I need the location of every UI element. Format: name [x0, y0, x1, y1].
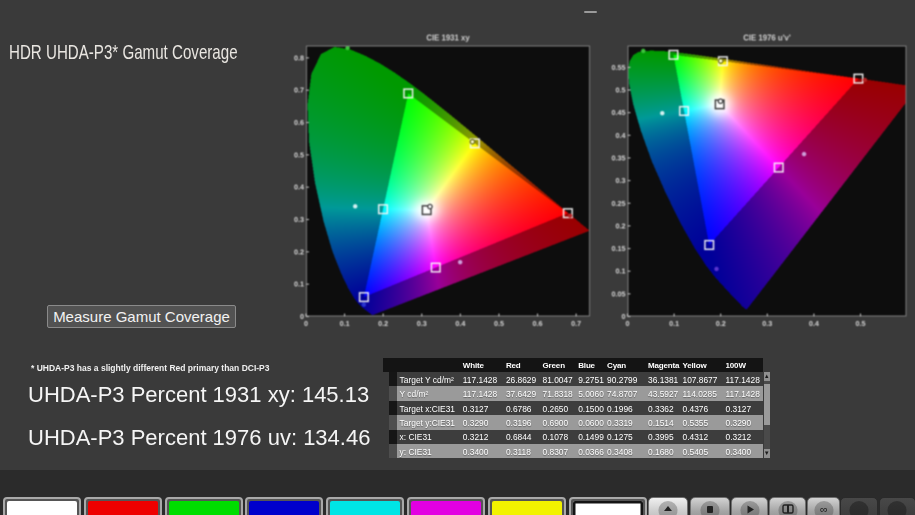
svg-text:∞: ∞ [820, 503, 828, 515]
